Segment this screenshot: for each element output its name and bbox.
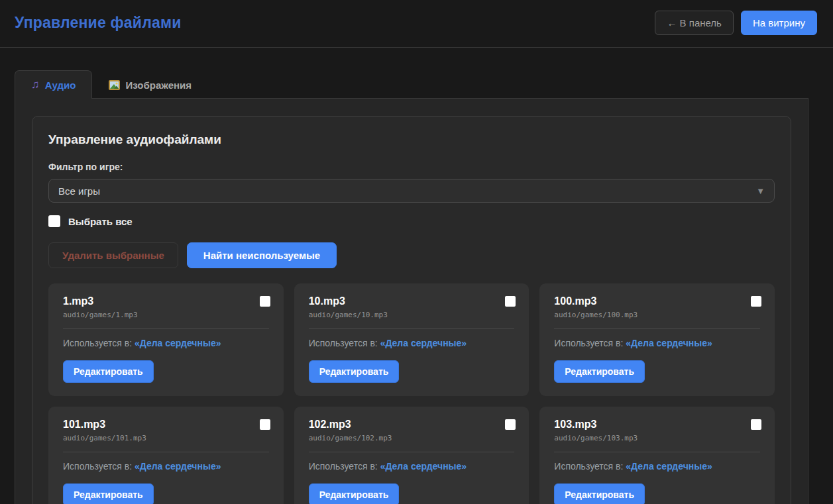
audio-file-card: 1.mp3 audio/games/1.mp3 Используется в: … <box>48 283 284 396</box>
music-note-icon: ♫ <box>31 78 40 91</box>
card-usage-game-link[interactable]: «Дела сердечные» <box>135 338 221 348</box>
card-divider <box>309 328 515 329</box>
card-file-name: 100.mp3 <box>554 295 760 307</box>
card-usage-label: Используется в: <box>554 338 623 348</box>
card-file-name: 101.mp3 <box>63 419 269 430</box>
card-edit-button[interactable]: Редактировать <box>309 360 400 383</box>
panel-title: Управление аудиофайлами <box>48 132 775 147</box>
to-storefront-button[interactable]: На витрину <box>741 11 817 35</box>
card-checkbox[interactable] <box>260 296 270 307</box>
tab-audio-label: Аудио <box>45 79 76 91</box>
card-usage-label: Используется в: <box>63 461 132 472</box>
card-checkbox[interactable] <box>751 296 761 307</box>
chevron-down-icon: ▼ <box>756 186 765 196</box>
audio-file-card: 102.mp3 audio/games/102.mp3 Используется… <box>294 407 529 504</box>
game-filter-selected-value: Все игры <box>58 185 100 197</box>
tab-audio[interactable]: ♫ Аудио <box>15 70 92 99</box>
select-all-label[interactable]: Выбрать все <box>68 216 133 227</box>
card-divider <box>554 328 760 329</box>
card-edit-button[interactable]: Редактировать <box>309 483 400 504</box>
card-divider <box>309 452 515 452</box>
card-edit-button[interactable]: Редактировать <box>63 360 154 383</box>
audio-cards-grid: 1.mp3 audio/games/1.mp3 Используется в: … <box>48 283 775 504</box>
card-checkbox[interactable] <box>505 296 516 307</box>
card-file-name: 1.mp3 <box>63 295 269 307</box>
card-divider <box>63 452 269 452</box>
card-file-path: audio/games/10.mp3 <box>309 311 515 319</box>
find-unused-button[interactable]: Найти неиспользуемые <box>187 242 337 268</box>
framed-picture-icon <box>109 80 120 90</box>
card-usage: Используется в: «Дела сердечные» <box>309 461 515 472</box>
card-divider <box>554 452 760 452</box>
card-usage-game-link[interactable]: «Дела сердечные» <box>135 461 221 472</box>
tab-images-label: Изображения <box>125 79 192 91</box>
card-usage: Используется в: «Дела сердечные» <box>554 461 760 472</box>
card-file-path: audio/games/102.mp3 <box>309 434 515 442</box>
tab-content-audio: Управление аудиофайлами Фильтр по игре: … <box>15 98 808 504</box>
header-actions: ← В панель На витрину <box>655 11 817 35</box>
audio-file-card: 100.mp3 audio/games/100.mp3 Используется… <box>539 283 775 396</box>
audio-files-panel: Управление аудиофайлами Фильтр по игре: … <box>32 116 791 504</box>
card-checkbox[interactable] <box>505 419 516 430</box>
card-edit-button[interactable]: Редактировать <box>554 483 645 504</box>
tab-images[interactable]: Изображения <box>92 70 208 99</box>
card-file-name: 103.mp3 <box>554 419 760 430</box>
page-title: Управление файлами <box>15 14 182 32</box>
audio-file-card: 101.mp3 audio/games/101.mp3 Используется… <box>48 407 284 504</box>
card-usage-label: Используется в: <box>554 461 623 472</box>
audio-file-card: 103.mp3 audio/games/103.mp3 Используется… <box>539 407 775 504</box>
card-usage-label: Используется в: <box>63 338 132 348</box>
back-to-panel-button[interactable]: ← В панель <box>655 11 734 35</box>
card-usage-label: Используется в: <box>309 461 378 472</box>
game-filter-label: Фильтр по игре: <box>48 162 775 172</box>
card-usage-game-link[interactable]: «Дела сердечные» <box>380 338 467 348</box>
card-file-path: audio/games/100.mp3 <box>554 311 760 319</box>
card-checkbox[interactable] <box>751 419 761 430</box>
card-usage-label: Используется в: <box>309 338 378 348</box>
card-file-path: audio/games/101.mp3 <box>63 434 269 442</box>
tab-bar: ♫ Аудио Изображения <box>15 70 818 98</box>
card-edit-button[interactable]: Редактировать <box>554 360 645 383</box>
audio-file-card: 10.mp3 audio/games/10.mp3 Используется в… <box>294 283 529 396</box>
card-usage-game-link[interactable]: «Дела сердечные» <box>626 338 712 348</box>
card-usage-game-link[interactable]: «Дела сердечные» <box>626 461 712 472</box>
card-usage: Используется в: «Дела сердечные» <box>554 338 760 348</box>
card-divider <box>63 328 269 329</box>
card-file-name: 10.mp3 <box>309 295 515 307</box>
card-usage: Используется в: «Дела сердечные» <box>309 338 515 348</box>
card-file-name: 102.mp3 <box>309 419 515 430</box>
card-usage-game-link[interactable]: «Дела сердечные» <box>380 461 467 472</box>
delete-selected-button[interactable]: Удалить выбранные <box>48 242 178 268</box>
card-file-path: audio/games/1.mp3 <box>63 311 269 319</box>
card-edit-button[interactable]: Редактировать <box>63 483 154 504</box>
card-checkbox[interactable] <box>260 419 270 430</box>
page-header: Управление файлами ← В панель На витрину <box>0 0 833 48</box>
game-filter-select[interactable]: Все игры ▼ <box>48 179 775 203</box>
select-all-checkbox[interactable] <box>48 215 60 227</box>
card-file-path: audio/games/103.mp3 <box>554 434 760 442</box>
card-usage: Используется в: «Дела сердечные» <box>63 338 269 348</box>
select-all-row: Выбрать все <box>48 215 775 227</box>
card-usage: Используется в: «Дела сердечные» <box>63 461 269 472</box>
bulk-actions-row: Удалить выбранные Найти неиспользуемые <box>48 242 775 268</box>
